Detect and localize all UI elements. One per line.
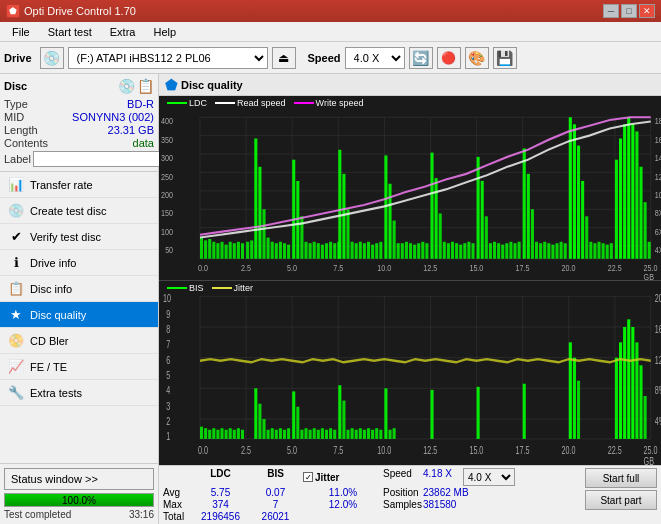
ldc-header: LDC: [193, 468, 248, 486]
save-icon[interactable]: 💾: [493, 47, 517, 69]
svg-text:17.5: 17.5: [516, 445, 530, 457]
minimize-button[interactable]: ─: [603, 4, 619, 18]
svg-rect-62: [367, 242, 370, 259]
start-part-button[interactable]: Start part: [585, 490, 657, 510]
svg-text:350: 350: [161, 134, 173, 145]
speed-select-stats[interactable]: 4.0 X: [463, 468, 515, 486]
svg-rect-92: [493, 242, 496, 259]
svg-rect-34: [254, 138, 257, 258]
svg-rect-55: [338, 150, 341, 259]
nav-transfer-rate-label: Transfer rate: [30, 179, 93, 191]
nav-verify-test-disc-label: Verify test disc: [30, 231, 101, 243]
disc-mid-label: MID: [4, 111, 24, 123]
svg-rect-118: [602, 243, 605, 259]
svg-rect-71: [405, 242, 408, 259]
svg-rect-224: [346, 430, 349, 439]
menu-start-test[interactable]: Start test: [40, 24, 100, 40]
nav-extra-tests[interactable]: 🔧 Extra tests: [0, 380, 158, 406]
svg-rect-24: [212, 242, 215, 259]
nav-verify-test-disc[interactable]: ✔ Verify test disc: [0, 224, 158, 250]
bottom-chart: BIS Jitter: [159, 281, 661, 465]
create-test-disc-icon: 💿: [8, 203, 24, 218]
svg-rect-91: [489, 243, 492, 259]
svg-rect-29: [233, 243, 236, 259]
disc-refresh-icon[interactable]: 💿: [118, 78, 135, 94]
maximize-button[interactable]: □: [621, 4, 637, 18]
svg-rect-69: [397, 243, 400, 259]
svg-rect-72: [409, 243, 412, 259]
nav-disc-info[interactable]: 📋 Disc info: [0, 276, 158, 302]
start-full-button[interactable]: Start full: [585, 468, 657, 488]
nav-fe-te[interactable]: 📈 FE / TE: [0, 354, 158, 380]
svg-text:8%: 8%: [655, 385, 661, 397]
svg-rect-58: [351, 242, 354, 259]
svg-text:12%: 12%: [655, 354, 661, 366]
eject-button[interactable]: ⏏: [272, 47, 296, 69]
svg-rect-127: [639, 167, 642, 259]
svg-rect-116: [593, 243, 596, 259]
avg-bis: 0.07: [248, 487, 303, 498]
drive-label: Drive: [4, 52, 32, 64]
svg-text:14X: 14X: [655, 152, 661, 163]
svg-rect-196: [477, 387, 480, 439]
svg-rect-49: [317, 243, 320, 259]
svg-rect-52: [329, 242, 332, 259]
jitter-checkbox[interactable]: ✓: [303, 472, 313, 482]
svg-rect-110: [569, 117, 572, 259]
progress-text: 100.0%: [5, 495, 153, 506]
svg-text:12X: 12X: [655, 170, 661, 181]
svg-text:10: 10: [163, 293, 171, 305]
drive-select[interactable]: (F:) ATAPI iHBS112 2 PL06: [68, 47, 268, 69]
bottom-chart-svg: 10 9 8 7 6 5 4 3 2 1 20% 16% 12% 8% 4%: [159, 281, 661, 465]
disc-info-icon[interactable]: 📋: [137, 78, 154, 94]
svg-rect-230: [371, 430, 374, 439]
svg-rect-101: [531, 209, 534, 259]
nav-transfer-rate[interactable]: 📊 Transfer rate: [0, 172, 158, 198]
svg-text:4X: 4X: [655, 244, 661, 255]
svg-text:22.5: 22.5: [608, 445, 622, 457]
svg-rect-59: [355, 243, 358, 259]
svg-rect-105: [547, 243, 550, 259]
svg-rect-102: [535, 242, 538, 259]
status-window-button[interactable]: Status window >>: [4, 468, 154, 490]
nav-create-test-disc[interactable]: 💿 Create test disc: [0, 198, 158, 224]
nav-disc-quality[interactable]: ★ Disc quality: [0, 302, 158, 328]
nav-cd-bler[interactable]: 📀 CD Bler: [0, 328, 158, 354]
close-button[interactable]: ✕: [639, 4, 655, 18]
svg-rect-83: [455, 243, 458, 259]
svg-rect-191: [296, 407, 299, 439]
nav-drive-info[interactable]: ℹ Drive info: [0, 250, 158, 276]
toolbar: Drive 💿 (F:) ATAPI iHBS112 2 PL06 ⏏ Spee…: [0, 42, 661, 74]
svg-text:16%: 16%: [655, 324, 661, 336]
speed-stat-label: Speed: [383, 468, 423, 486]
svg-rect-205: [631, 327, 634, 439]
max-bis: 7: [248, 499, 303, 510]
drive-info-icon: ℹ: [8, 255, 24, 270]
svg-rect-220: [321, 428, 324, 439]
svg-text:GB: GB: [644, 456, 654, 465]
burn-icon[interactable]: 🔴: [437, 47, 461, 69]
svg-rect-215: [300, 430, 303, 439]
bis-header: BIS: [248, 468, 303, 486]
menu-extra[interactable]: Extra: [102, 24, 144, 40]
svg-rect-177: [204, 428, 207, 439]
svg-rect-121: [615, 160, 618, 259]
svg-rect-64: [375, 243, 378, 259]
svg-text:12.5: 12.5: [423, 445, 437, 457]
svg-text:10.0: 10.0: [377, 445, 391, 457]
refresh-button[interactable]: 🔄: [409, 47, 433, 69]
position-value: 23862 MB: [423, 487, 483, 498]
settings-icon[interactable]: 🎨: [465, 47, 489, 69]
speed-select[interactable]: 4.0 X: [345, 47, 405, 69]
svg-text:2.5: 2.5: [241, 445, 251, 457]
svg-rect-35: [258, 167, 261, 259]
disc-label-input[interactable]: [33, 151, 166, 167]
svg-rect-42: [287, 245, 290, 259]
menu-help[interactable]: Help: [145, 24, 184, 40]
svg-rect-27: [225, 245, 228, 259]
menu-file[interactable]: File: [4, 24, 38, 40]
disc-type-value: BD-R: [127, 98, 154, 110]
svg-rect-60: [359, 242, 362, 259]
svg-rect-186: [241, 430, 244, 439]
svg-rect-87: [471, 243, 474, 259]
